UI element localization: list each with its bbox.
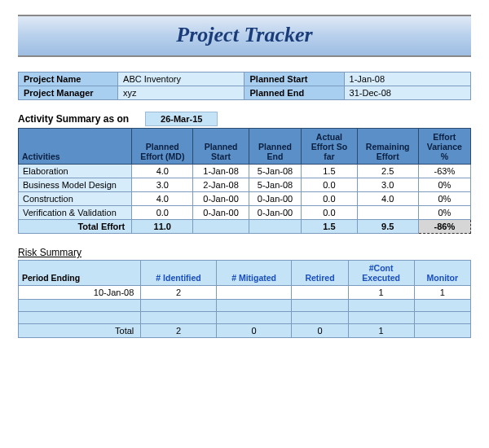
activity-summary-date: 26-Mar-15 (145, 112, 218, 126)
risk-table: Period Ending # Identified # Mitigated R… (18, 260, 471, 338)
col-planned-start: Planned Start (193, 129, 249, 165)
cell: 1.5 (302, 220, 358, 234)
activity-summary-label: Activity Summary as on (18, 113, 129, 125)
cell: 2.5 (357, 165, 418, 178)
cell: 2 (141, 324, 217, 338)
cell: 2-Jan-08 (193, 178, 249, 192)
table-row: 10-Jan-08 2 1 1 (19, 286, 471, 300)
project-manager-value: xyz (118, 86, 244, 100)
table-row: Construction 4.0 0-Jan-00 0-Jan-00 0.0 4… (19, 192, 471, 206)
col-retired: Retired (292, 261, 348, 286)
title-bar: Project Tracker (18, 15, 471, 57)
col-actual-effort: Actual Effort So far (302, 129, 358, 165)
cell: 2 (141, 286, 217, 300)
cell: 0.0 (302, 192, 358, 206)
cell: 4.0 (132, 192, 193, 206)
cell (357, 206, 418, 220)
activity-name: Elaboration (19, 165, 132, 178)
cell: 1 (414, 286, 470, 300)
cell: 9.5 (357, 220, 418, 234)
cell (414, 324, 470, 338)
cell: 5-Jan-08 (249, 165, 301, 178)
cell: 0-Jan-00 (249, 206, 301, 220)
planned-start-label: Planned Start (244, 72, 344, 86)
col-cont: #Cont Executed (348, 261, 414, 286)
table-row: Business Model Design 3.0 2-Jan-08 5-Jan… (19, 178, 471, 192)
cell: 5-Jan-08 (249, 178, 301, 192)
cell: 0-Jan-00 (249, 192, 301, 206)
cell: 0% (418, 206, 470, 220)
col-variance: Effort Variance % (418, 129, 470, 165)
planned-end-label: Planned End (244, 86, 344, 100)
project-info-table: Project Name ABC Inventory Planned Start… (18, 72, 471, 100)
planned-end-value: 31-Dec-08 (344, 86, 470, 100)
risk-summary-label: Risk Summary (18, 247, 471, 258)
cell: 0.0 (132, 206, 193, 220)
cell: 0-Jan-00 (193, 192, 249, 206)
cell: 1 (348, 286, 414, 300)
cell: 0 (216, 324, 292, 338)
period-value: 10-Jan-08 (19, 286, 141, 300)
activity-name: Construction (19, 192, 132, 206)
cell: 0.0 (302, 178, 358, 192)
project-name-value: ABC Inventory (118, 72, 244, 86)
cell: 1.5 (302, 165, 358, 178)
cell: 0 (292, 324, 348, 338)
col-identified: # Identified (141, 261, 217, 286)
col-remaining: Remaining Effort (357, 129, 418, 165)
project-name-label: Project Name (19, 72, 118, 86)
cell: 3.0 (357, 178, 418, 192)
col-monitor: Monitor (414, 261, 470, 286)
cell: 11.0 (132, 220, 193, 234)
planned-start-value: 1-Jan-08 (344, 72, 470, 86)
activity-summary-header: Activity Summary as on 26-Mar-15 (18, 112, 471, 126)
table-row: Elaboration 4.0 1-Jan-08 5-Jan-08 1.5 2.… (19, 165, 471, 178)
cell (193, 220, 249, 234)
activity-name: Business Model Design (19, 178, 132, 192)
col-period: Period Ending (19, 261, 141, 286)
cell: 0% (418, 192, 470, 206)
cell: 1-Jan-08 (193, 165, 249, 178)
table-row (19, 300, 471, 312)
cell: 4.0 (132, 165, 193, 178)
table-row: Verification & Validation 0.0 0-Jan-00 0… (19, 206, 471, 220)
cell (249, 220, 301, 234)
cell (292, 286, 348, 300)
cell: 1 (348, 324, 414, 338)
cell: 3.0 (132, 178, 193, 192)
total-row: Total 2 0 0 1 (19, 324, 471, 338)
project-manager-label: Project Manager (19, 86, 118, 100)
col-planned-end: Planned End (249, 129, 301, 165)
col-activities: Activities (19, 129, 132, 165)
cell: -63% (418, 165, 470, 178)
cell: 4.0 (357, 192, 418, 206)
cell: 0% (418, 178, 470, 192)
col-mitigated: # Mitigated (216, 261, 292, 286)
activity-name: Verification & Validation (19, 206, 132, 220)
page-title: Project Tracker (18, 23, 471, 47)
total-row: Total Effort 11.0 1.5 9.5 -86% (19, 220, 471, 234)
total-variance: -86% (418, 220, 470, 234)
cell: 0.0 (302, 206, 358, 220)
col-planned-effort: Planned Effort (MD) (132, 129, 193, 165)
cell: 0-Jan-00 (193, 206, 249, 220)
total-label: Total (19, 324, 141, 338)
table-row (19, 312, 471, 324)
cell (216, 286, 292, 300)
total-label: Total Effort (19, 220, 132, 234)
activity-table: Activities Planned Effort (MD) Planned S… (18, 128, 471, 234)
